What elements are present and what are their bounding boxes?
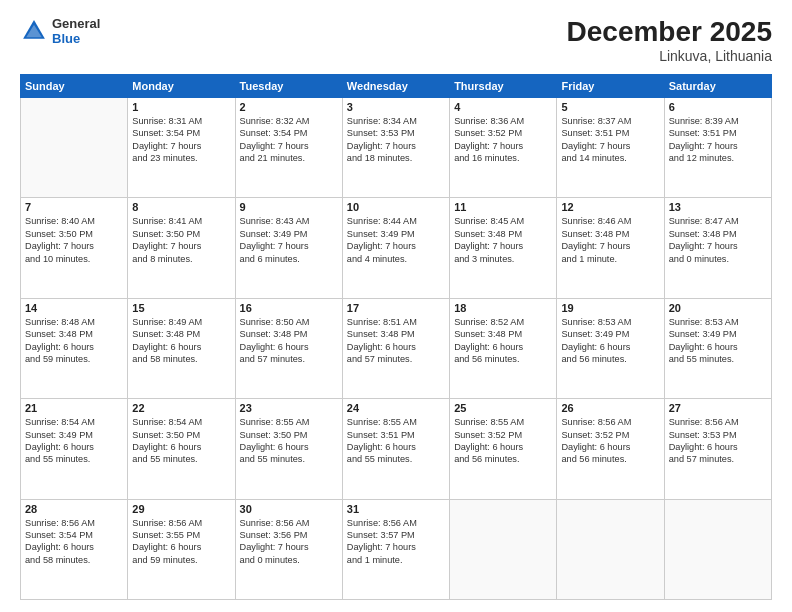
day-info: Sunrise: 8:55 AM Sunset: 3:50 PM Dayligh… xyxy=(240,416,338,466)
weekday-monday: Monday xyxy=(128,75,235,98)
weekday-saturday: Saturday xyxy=(664,75,771,98)
day-info: Sunrise: 8:53 AM Sunset: 3:49 PM Dayligh… xyxy=(561,316,659,366)
day-info: Sunrise: 8:37 AM Sunset: 3:51 PM Dayligh… xyxy=(561,115,659,165)
calendar-week-3: 21Sunrise: 8:54 AM Sunset: 3:49 PM Dayli… xyxy=(21,399,772,499)
day-number: 10 xyxy=(347,201,445,213)
day-info: Sunrise: 8:43 AM Sunset: 3:49 PM Dayligh… xyxy=(240,215,338,265)
day-info: Sunrise: 8:52 AM Sunset: 3:48 PM Dayligh… xyxy=(454,316,552,366)
day-number: 21 xyxy=(25,402,123,414)
day-number: 29 xyxy=(132,503,230,515)
day-info: Sunrise: 8:36 AM Sunset: 3:52 PM Dayligh… xyxy=(454,115,552,165)
day-number: 5 xyxy=(561,101,659,113)
logo-general-text: General xyxy=(52,16,100,31)
day-number: 9 xyxy=(240,201,338,213)
calendar-cell: 2Sunrise: 8:32 AM Sunset: 3:54 PM Daylig… xyxy=(235,98,342,198)
day-info: Sunrise: 8:48 AM Sunset: 3:48 PM Dayligh… xyxy=(25,316,123,366)
day-number: 1 xyxy=(132,101,230,113)
calendar-cell: 11Sunrise: 8:45 AM Sunset: 3:48 PM Dayli… xyxy=(450,198,557,298)
logo-blue-text: Blue xyxy=(52,31,100,46)
calendar-cell: 19Sunrise: 8:53 AM Sunset: 3:49 PM Dayli… xyxy=(557,298,664,398)
day-info: Sunrise: 8:54 AM Sunset: 3:50 PM Dayligh… xyxy=(132,416,230,466)
calendar-cell: 22Sunrise: 8:54 AM Sunset: 3:50 PM Dayli… xyxy=(128,399,235,499)
calendar-cell: 23Sunrise: 8:55 AM Sunset: 3:50 PM Dayli… xyxy=(235,399,342,499)
calendar-cell: 1Sunrise: 8:31 AM Sunset: 3:54 PM Daylig… xyxy=(128,98,235,198)
calendar-cell xyxy=(450,499,557,599)
calendar-cell: 13Sunrise: 8:47 AM Sunset: 3:48 PM Dayli… xyxy=(664,198,771,298)
day-number: 3 xyxy=(347,101,445,113)
calendar-cell: 15Sunrise: 8:49 AM Sunset: 3:48 PM Dayli… xyxy=(128,298,235,398)
calendar-cell: 10Sunrise: 8:44 AM Sunset: 3:49 PM Dayli… xyxy=(342,198,449,298)
weekday-row: SundayMondayTuesdayWednesdayThursdayFrid… xyxy=(21,75,772,98)
title-block: December 2025 Linkuva, Lithuania xyxy=(567,16,772,64)
calendar-cell: 17Sunrise: 8:51 AM Sunset: 3:48 PM Dayli… xyxy=(342,298,449,398)
day-info: Sunrise: 8:50 AM Sunset: 3:48 PM Dayligh… xyxy=(240,316,338,366)
day-number: 16 xyxy=(240,302,338,314)
calendar-week-2: 14Sunrise: 8:48 AM Sunset: 3:48 PM Dayli… xyxy=(21,298,772,398)
calendar-cell: 29Sunrise: 8:56 AM Sunset: 3:55 PM Dayli… xyxy=(128,499,235,599)
weekday-tuesday: Tuesday xyxy=(235,75,342,98)
day-number: 15 xyxy=(132,302,230,314)
day-info: Sunrise: 8:34 AM Sunset: 3:53 PM Dayligh… xyxy=(347,115,445,165)
day-info: Sunrise: 8:49 AM Sunset: 3:48 PM Dayligh… xyxy=(132,316,230,366)
weekday-wednesday: Wednesday xyxy=(342,75,449,98)
day-number: 24 xyxy=(347,402,445,414)
calendar-cell: 6Sunrise: 8:39 AM Sunset: 3:51 PM Daylig… xyxy=(664,98,771,198)
calendar-cell: 16Sunrise: 8:50 AM Sunset: 3:48 PM Dayli… xyxy=(235,298,342,398)
calendar-cell: 14Sunrise: 8:48 AM Sunset: 3:48 PM Dayli… xyxy=(21,298,128,398)
day-number: 4 xyxy=(454,101,552,113)
day-number: 28 xyxy=(25,503,123,515)
logo-icon xyxy=(20,17,48,45)
calendar-cell xyxy=(557,499,664,599)
logo: General Blue xyxy=(20,16,100,46)
day-info: Sunrise: 8:56 AM Sunset: 3:57 PM Dayligh… xyxy=(347,517,445,567)
calendar-cell: 18Sunrise: 8:52 AM Sunset: 3:48 PM Dayli… xyxy=(450,298,557,398)
calendar-cell: 24Sunrise: 8:55 AM Sunset: 3:51 PM Dayli… xyxy=(342,399,449,499)
calendar-cell: 30Sunrise: 8:56 AM Sunset: 3:56 PM Dayli… xyxy=(235,499,342,599)
calendar-cell: 31Sunrise: 8:56 AM Sunset: 3:57 PM Dayli… xyxy=(342,499,449,599)
calendar-cell: 27Sunrise: 8:56 AM Sunset: 3:53 PM Dayli… xyxy=(664,399,771,499)
day-info: Sunrise: 8:56 AM Sunset: 3:52 PM Dayligh… xyxy=(561,416,659,466)
day-number: 14 xyxy=(25,302,123,314)
page: General Blue December 2025 Linkuva, Lith… xyxy=(0,0,792,612)
day-number: 7 xyxy=(25,201,123,213)
calendar-cell: 25Sunrise: 8:55 AM Sunset: 3:52 PM Dayli… xyxy=(450,399,557,499)
day-number: 2 xyxy=(240,101,338,113)
day-info: Sunrise: 8:56 AM Sunset: 3:55 PM Dayligh… xyxy=(132,517,230,567)
header: General Blue December 2025 Linkuva, Lith… xyxy=(20,16,772,64)
page-subtitle: Linkuva, Lithuania xyxy=(567,48,772,64)
weekday-thursday: Thursday xyxy=(450,75,557,98)
day-number: 27 xyxy=(669,402,767,414)
day-number: 25 xyxy=(454,402,552,414)
calendar-cell: 7Sunrise: 8:40 AM Sunset: 3:50 PM Daylig… xyxy=(21,198,128,298)
calendar-cell: 21Sunrise: 8:54 AM Sunset: 3:49 PM Dayli… xyxy=(21,399,128,499)
day-info: Sunrise: 8:45 AM Sunset: 3:48 PM Dayligh… xyxy=(454,215,552,265)
calendar-cell: 4Sunrise: 8:36 AM Sunset: 3:52 PM Daylig… xyxy=(450,98,557,198)
day-number: 20 xyxy=(669,302,767,314)
day-info: Sunrise: 8:39 AM Sunset: 3:51 PM Dayligh… xyxy=(669,115,767,165)
calendar-cell: 28Sunrise: 8:56 AM Sunset: 3:54 PM Dayli… xyxy=(21,499,128,599)
day-info: Sunrise: 8:46 AM Sunset: 3:48 PM Dayligh… xyxy=(561,215,659,265)
day-number: 23 xyxy=(240,402,338,414)
day-info: Sunrise: 8:51 AM Sunset: 3:48 PM Dayligh… xyxy=(347,316,445,366)
day-info: Sunrise: 8:44 AM Sunset: 3:49 PM Dayligh… xyxy=(347,215,445,265)
calendar-week-1: 7Sunrise: 8:40 AM Sunset: 3:50 PM Daylig… xyxy=(21,198,772,298)
calendar-cell: 8Sunrise: 8:41 AM Sunset: 3:50 PM Daylig… xyxy=(128,198,235,298)
logo-text: General Blue xyxy=(52,16,100,46)
day-info: Sunrise: 8:32 AM Sunset: 3:54 PM Dayligh… xyxy=(240,115,338,165)
day-number: 30 xyxy=(240,503,338,515)
calendar-cell: 26Sunrise: 8:56 AM Sunset: 3:52 PM Dayli… xyxy=(557,399,664,499)
calendar-header: SundayMondayTuesdayWednesdayThursdayFrid… xyxy=(21,75,772,98)
weekday-friday: Friday xyxy=(557,75,664,98)
calendar-week-4: 28Sunrise: 8:56 AM Sunset: 3:54 PM Dayli… xyxy=(21,499,772,599)
day-info: Sunrise: 8:53 AM Sunset: 3:49 PM Dayligh… xyxy=(669,316,767,366)
day-number: 31 xyxy=(347,503,445,515)
calendar-body: 1Sunrise: 8:31 AM Sunset: 3:54 PM Daylig… xyxy=(21,98,772,600)
day-info: Sunrise: 8:56 AM Sunset: 3:54 PM Dayligh… xyxy=(25,517,123,567)
day-info: Sunrise: 8:47 AM Sunset: 3:48 PM Dayligh… xyxy=(669,215,767,265)
day-info: Sunrise: 8:40 AM Sunset: 3:50 PM Dayligh… xyxy=(25,215,123,265)
day-number: 8 xyxy=(132,201,230,213)
day-info: Sunrise: 8:55 AM Sunset: 3:52 PM Dayligh… xyxy=(454,416,552,466)
day-number: 6 xyxy=(669,101,767,113)
page-title: December 2025 xyxy=(567,16,772,48)
day-info: Sunrise: 8:56 AM Sunset: 3:56 PM Dayligh… xyxy=(240,517,338,567)
